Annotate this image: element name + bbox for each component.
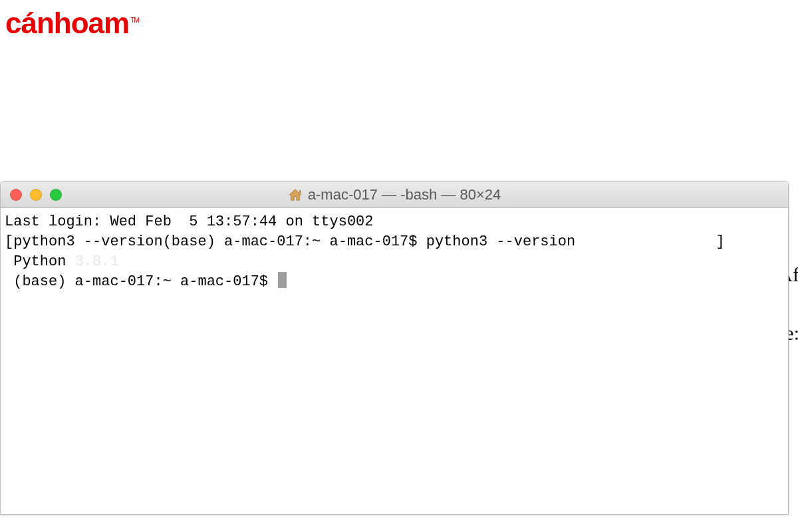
logo-text: cánhoam xyxy=(5,7,129,39)
terminal-line-prompt: (base) a-mac-017:~ a-mac-017$ xyxy=(5,272,784,292)
minimize-button[interactable] xyxy=(30,189,42,201)
terminal-line-last-login: Last login: Wed Feb 5 13:57:44 on ttys00… xyxy=(5,212,784,232)
terminal-command-text: python3 --version xyxy=(426,233,575,250)
window-titlebar[interactable]: a-mac-017 — -bash — 80×24 xyxy=(1,182,788,208)
svg-rect-0 xyxy=(299,190,301,193)
site-logo: cánhoamTM xyxy=(5,7,139,40)
home-icon xyxy=(288,188,303,201)
terminal-line-output: Python 3.8.1 xyxy=(5,252,784,272)
terminal-prompt-with-search: [python3 --version(base) a-mac-017:~ a-m… xyxy=(5,233,426,250)
terminal-window: a-mac-017 — -bash — 80×24 Last login: We… xyxy=(0,181,789,515)
window-title: a-mac-017 — -bash — 80×24 xyxy=(308,186,501,203)
close-button[interactable] xyxy=(10,189,22,201)
traffic-lights xyxy=(10,189,62,201)
terminal-body[interactable]: Last login: Wed Feb 5 13:57:44 on ttys00… xyxy=(1,208,788,514)
terminal-output-version: 3.8.1 xyxy=(75,253,119,270)
terminal-prompt: (base) a-mac-017:~ a-mac-017$ xyxy=(5,273,277,290)
terminal-output-python: Python xyxy=(5,253,75,270)
terminal-cursor xyxy=(278,272,287,288)
logo-tm: TM xyxy=(130,17,138,24)
terminal-line-command: [python3 --version(base) a-mac-017:~ a-m… xyxy=(5,232,784,252)
maximize-button[interactable] xyxy=(50,189,62,201)
window-title-group: a-mac-017 — -bash — 80×24 xyxy=(288,186,501,203)
terminal-line2-right: ] xyxy=(575,233,724,250)
